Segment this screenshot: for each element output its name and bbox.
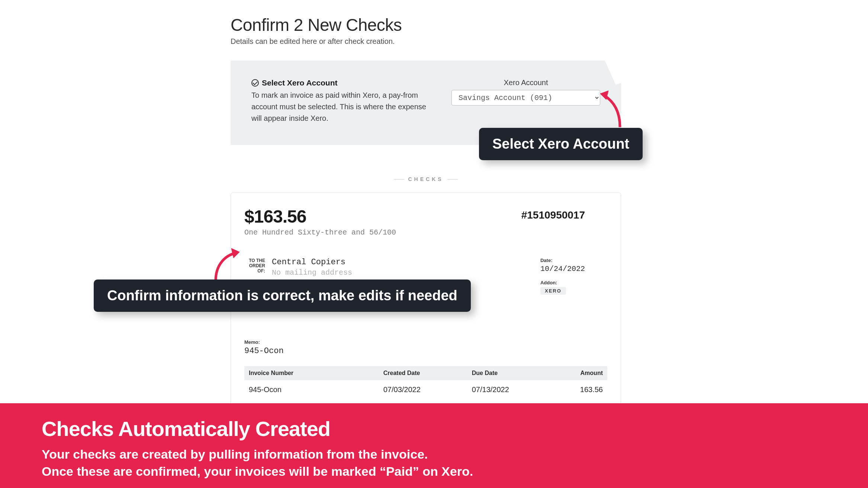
col-invoice-number: Invoice Number [249,370,383,376]
cell-due-date: 07/13/2022 [472,385,550,394]
callout-select-account: Select Xero Account [479,128,643,160]
banner-content: Checks Automatically Created Your checks… [0,403,515,488]
date-label: Date: [540,258,585,263]
arrow-icon [212,248,242,282]
cell-invoice-number: 945-Ocon [249,385,383,394]
addon-chip: XERO [540,287,566,295]
cell-amount: 163.56 [550,385,603,394]
check-amount-words: One Hundred Sixty-three and 56/100 [244,228,396,237]
xero-panel-description: To mark an invoice as paid within Xero, … [251,90,429,124]
payee-name: Central Copiers [272,258,352,267]
checks-divider: CHECKS [231,176,621,182]
check-circle-icon [251,79,259,87]
addon-label: Addon: [540,280,585,285]
arrow-icon [599,90,626,127]
table-row: 945-Ocon 07/03/2022 07/13/2022 163.56 [244,380,607,399]
col-amount: Amount [550,370,603,376]
xero-select-label: Xero Account [504,78,548,87]
page-subtitle: Details can be edited here or after chec… [231,37,621,46]
page-title: Confirm 2 New Checks [231,15,621,35]
xero-account-select[interactable]: Savings Account (091) [451,90,600,106]
memo-value: 945-Ocon [244,346,607,356]
check-amount: $163.56 [244,206,396,227]
check-number: #1510950017 [521,209,585,221]
date-value: 10/24/2022 [540,265,585,273]
banner-wedge [578,0,868,85]
callout-confirm-info: Confirm information is correct, make edi… [94,279,471,312]
col-created-date: Created Date [383,370,472,376]
col-due-date: Due Date [472,370,550,376]
cell-created-date: 07/03/2022 [383,385,472,394]
memo-label: Memo: [244,339,607,345]
page-content: Confirm 2 New Checks Details can be edit… [231,0,621,407]
xero-panel-heading: Select Xero Account [262,78,337,87]
divider-label: CHECKS [408,176,443,182]
banner-line-2: Once these are confirmed, your invoices … [42,463,473,480]
mailing-address: No mailing address [272,268,352,277]
banner-title: Checks Automatically Created [42,417,473,441]
invoice-table: Invoice Number Created Date Due Date Amo… [244,366,607,399]
table-header-row: Invoice Number Created Date Due Date Amo… [244,366,607,380]
banner-line-1: Your checks are created by pulling infor… [42,446,473,463]
